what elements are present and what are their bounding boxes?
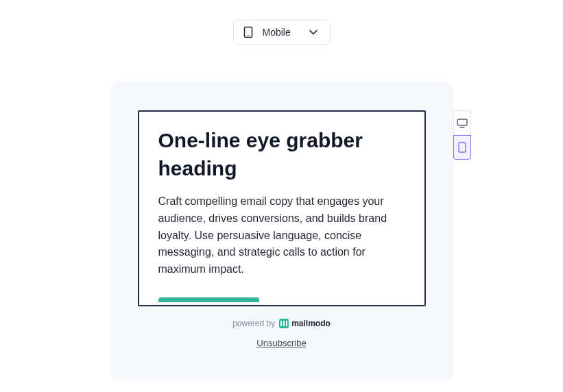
chevron-down-icon	[309, 29, 318, 35]
email-body: Craft compelling email copy that engages…	[158, 193, 405, 278]
device-selector-label: Mobile	[263, 27, 300, 38]
device-toggle	[453, 110, 471, 160]
brand-badge[interactable]: mailmodo	[279, 319, 331, 328]
unsubscribe-link[interactable]: Unsubscribe	[110, 338, 453, 348]
desktop-view-button[interactable]	[453, 110, 471, 135]
powered-by: powered by mailmodo	[110, 319, 453, 328]
mobile-view-button[interactable]	[453, 135, 471, 160]
email-content: One-line eye grabber heading Craft compe…	[142, 114, 422, 302]
svg-rect-3	[459, 143, 466, 152]
powered-by-text: powered by	[232, 319, 275, 328]
brand-logo-icon	[279, 319, 289, 328]
brand-name: mailmodo	[291, 319, 331, 328]
device-selector[interactable]: Mobile	[233, 20, 331, 45]
svg-rect-1	[247, 36, 249, 36]
email-heading: One-line eye grabber heading	[158, 127, 405, 182]
preview-stage: One-line eye grabber heading Craft compe…	[110, 82, 453, 381]
svg-rect-2	[457, 119, 467, 125]
mobile-icon	[243, 26, 253, 38]
email-preview-frame[interactable]: One-line eye grabber heading Craft compe…	[138, 110, 426, 306]
preview-toolbar: Mobile	[0, 0, 563, 45]
email-cta-button[interactable]: Add button text	[158, 297, 260, 302]
